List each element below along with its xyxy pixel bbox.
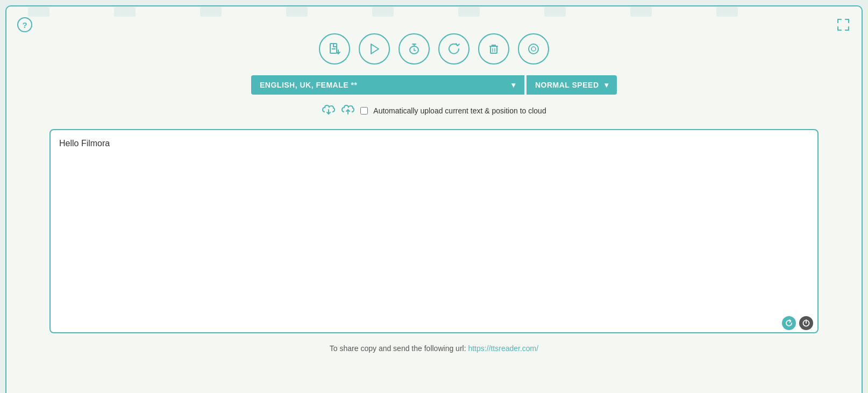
speed-dropdown-arrow: ▾ <box>604 81 609 89</box>
cloud-upload-icon[interactable] <box>341 103 355 118</box>
delete-button[interactable] <box>478 33 509 65</box>
share-text: To share copy and send the following url… <box>330 344 466 353</box>
cloud-download-icon[interactable] <box>322 103 336 118</box>
toolbar <box>319 33 549 65</box>
main-container: ? <box>5 5 863 393</box>
svg-rect-7 <box>490 46 497 53</box>
auto-upload-label: Automatically upload current text & posi… <box>373 106 546 115</box>
import-button[interactable] <box>319 33 350 65</box>
refresh-icon-button[interactable] <box>782 316 796 330</box>
textarea-icons <box>782 316 813 330</box>
textarea-container: Hello Filmora <box>49 129 819 335</box>
auto-upload-checkbox[interactable] <box>360 107 368 115</box>
svg-marker-3 <box>371 44 379 54</box>
share-url[interactable]: https://ttsreader.com/ <box>468 344 538 353</box>
power-icon-button[interactable] <box>799 316 813 330</box>
svg-point-11 <box>531 47 536 51</box>
share-footer: To share copy and send the following url… <box>17 344 851 353</box>
reload-icon <box>448 43 460 55</box>
voice-dropdown-arrow: ▾ <box>511 81 516 89</box>
main-content: ENGLISH, UK, FEMALE ** ▾ NORMAL SPEED ▾ <box>17 33 851 353</box>
delete-icon <box>488 43 500 55</box>
voice-dropdown[interactable]: ENGLISH, UK, FEMALE ** ▾ <box>251 75 524 95</box>
speed-dropdown[interactable]: NORMAL SPEED ▾ <box>527 75 617 95</box>
record-icon <box>528 43 539 55</box>
expand-icon <box>837 19 849 31</box>
expand-button[interactable] <box>836 17 851 32</box>
timer-icon <box>408 43 420 55</box>
timer-button[interactable] <box>399 33 430 65</box>
dropdowns-row: ENGLISH, UK, FEMALE ** ▾ NORMAL SPEED ▾ <box>251 75 617 95</box>
reload-button[interactable] <box>438 33 469 65</box>
svg-point-10 <box>529 44 538 54</box>
import-icon <box>328 42 341 55</box>
text-input[interactable]: Hello Filmora <box>49 129 819 333</box>
voice-label: ENGLISH, UK, FEMALE ** <box>260 81 357 89</box>
speed-label: NORMAL SPEED <box>535 81 599 89</box>
play-button[interactable] <box>359 33 390 65</box>
play-icon <box>368 43 380 55</box>
help-button[interactable]: ? <box>17 17 32 32</box>
record-button[interactable] <box>518 33 549 65</box>
help-icon: ? <box>22 20 27 30</box>
top-decoration <box>6 6 862 17</box>
cloud-row: Automatically upload current text & posi… <box>322 103 546 118</box>
